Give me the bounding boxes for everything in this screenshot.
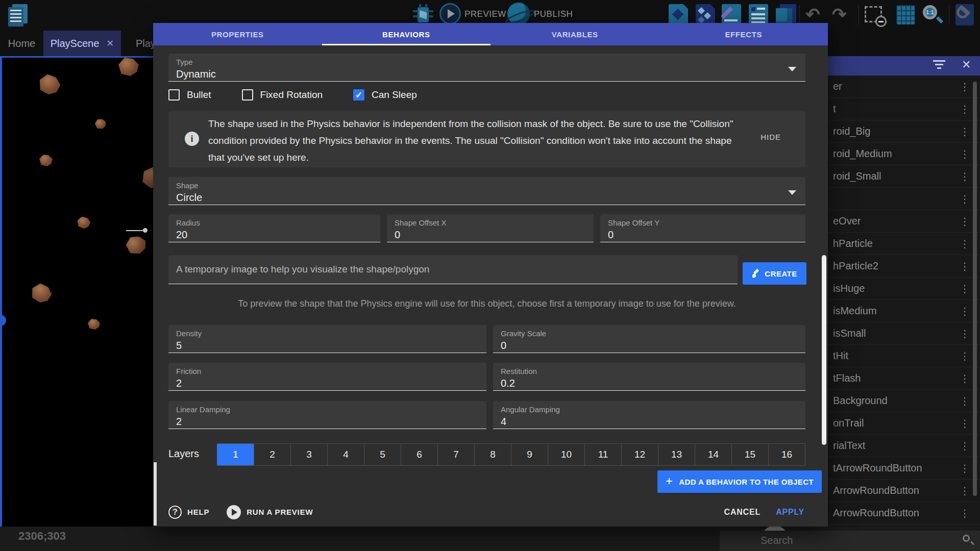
- tab-effects[interactable]: EFFECTS: [659, 23, 828, 45]
- object-menu-icon[interactable]: ⋮: [960, 327, 970, 340]
- linear-damping-field[interactable]: Linear Damping 2: [168, 401, 486, 429]
- selection-handle[interactable]: [0, 315, 6, 326]
- object-menu-icon[interactable]: ⋮: [960, 282, 970, 295]
- undo-icon[interactable]: ↶: [805, 5, 820, 23]
- asteroid-sprite[interactable]: [77, 216, 91, 229]
- object-search-bar[interactable]: Search: [720, 531, 980, 551]
- temp-image-field[interactable]: A temporary image to help you visualize …: [168, 255, 738, 284]
- open-object-icon[interactable]: [669, 4, 688, 26]
- object-menu-icon[interactable]: ⋮: [960, 237, 970, 251]
- scene-canvas[interactable]: [0, 56, 159, 527]
- layer-button-5[interactable]: 5: [364, 444, 401, 465]
- zoom-1-1-icon[interactable]: 1:1: [922, 4, 942, 26]
- redo-icon[interactable]: ↷: [832, 5, 847, 23]
- project-manager-icon[interactable]: [8, 4, 29, 27]
- layer-button-14[interactable]: 14: [695, 444, 731, 465]
- object-menu-icon[interactable]: ⋮: [960, 125, 970, 138]
- asteroid-sprite[interactable]: [118, 58, 139, 76]
- preview-play-icon[interactable]: [439, 3, 461, 24]
- layer-button-9[interactable]: 9: [511, 444, 548, 465]
- shape-offset-x-field[interactable]: Shape Offset X 0: [387, 214, 594, 242]
- publish-button[interactable]: PUBLISH: [534, 9, 573, 19]
- scene-properties-icon[interactable]: [955, 4, 974, 26]
- cancel-button[interactable]: CANCEL: [724, 508, 761, 517]
- object-menu-icon[interactable]: ⋮: [960, 484, 970, 497]
- layer-button-15[interactable]: 15: [731, 444, 768, 465]
- asteroid-sprite[interactable]: [37, 72, 62, 96]
- layer-button-8[interactable]: 8: [474, 444, 511, 465]
- layer-button-10[interactable]: 10: [548, 444, 584, 465]
- add-behavior-button[interactable]: + ADD A BEHAVIOR TO THE OBJECT: [657, 470, 822, 493]
- filter-icon[interactable]: [933, 60, 946, 69]
- tab-behaviors[interactable]: BEHAVIORS: [322, 23, 491, 45]
- apply-button[interactable]: APPLY: [776, 508, 804, 517]
- restitution-field[interactable]: Restitution 0.2: [493, 363, 805, 391]
- grid-icon[interactable]: [896, 5, 915, 24]
- object-menu-icon[interactable]: ⋮: [960, 147, 970, 161]
- layer-button-12[interactable]: 12: [621, 444, 658, 465]
- friction-field[interactable]: Friction 2: [168, 363, 486, 391]
- object-menu-icon[interactable]: ⋮: [960, 394, 970, 408]
- object-menu-icon[interactable]: ⋮: [960, 305, 970, 318]
- object-menu-icon[interactable]: ⋮: [960, 103, 970, 116]
- tab-home[interactable]: Home: [0, 31, 43, 56]
- radius-field[interactable]: Radius 20: [168, 214, 380, 242]
- object-menu-icon[interactable]: ⋮: [960, 507, 970, 520]
- debug-icon[interactable]: [413, 4, 433, 26]
- asteroid-sprite[interactable]: [94, 118, 107, 130]
- layer-button-1[interactable]: 1: [217, 444, 254, 465]
- layer-button-16[interactable]: 16: [768, 444, 805, 465]
- angular-damping-field[interactable]: Angular Damping 4: [493, 401, 805, 429]
- object-menu-icon[interactable]: ⋮: [960, 462, 970, 475]
- publish-planet-icon[interactable]: [507, 3, 530, 25]
- hide-button[interactable]: HIDE: [761, 133, 781, 141]
- run-preview-icon[interactable]: [227, 505, 241, 519]
- events-sheet-icon[interactable]: [749, 4, 768, 26]
- help-button[interactable]: HELP: [187, 508, 209, 516]
- gravity-scale-field[interactable]: Gravity Scale 0: [493, 325, 805, 353]
- layer-button-3[interactable]: 3: [290, 444, 327, 465]
- scene-edit-pencil-icon[interactable]: [722, 4, 741, 26]
- shape-select[interactable]: Shape Circle: [168, 177, 805, 205]
- object-menu-icon[interactable]: ⋮: [960, 372, 970, 385]
- type-select[interactable]: Type Dynamic: [168, 54, 805, 82]
- object-menu-icon[interactable]: ⋮: [960, 417, 970, 430]
- density-field[interactable]: Density 5: [168, 325, 486, 353]
- objects-scrollbar[interactable]: [973, 82, 977, 496]
- instances-icon[interactable]: [696, 4, 715, 26]
- object-menu-icon[interactable]: ⋮: [960, 80, 970, 93]
- close-tab-icon[interactable]: ✕: [106, 38, 114, 49]
- layer-button-4[interactable]: 4: [327, 444, 364, 465]
- layer-button-13[interactable]: 13: [658, 444, 695, 465]
- tab-variables[interactable]: VARIABLES: [491, 23, 659, 45]
- object-menu-icon[interactable]: ⋮: [960, 192, 970, 206]
- asteroid-sprite[interactable]: [39, 155, 53, 166]
- object-menu-icon[interactable]: ⋮: [960, 215, 970, 228]
- layer-button-2[interactable]: 2: [254, 444, 290, 465]
- shape-offset-y-field[interactable]: Shape Offset Y 0: [600, 214, 805, 242]
- asteroid-sprite[interactable]: [29, 282, 54, 306]
- layer-button-7[interactable]: 7: [437, 444, 474, 465]
- can-sleep-checkbox[interactable]: ✓: [353, 89, 364, 101]
- asteroid-sprite[interactable]: [125, 234, 148, 256]
- object-menu-icon[interactable]: ⋮: [960, 349, 970, 363]
- layer-button-6[interactable]: 6: [401, 444, 437, 465]
- object-menu-icon[interactable]: ⋮: [960, 260, 970, 273]
- tab-properties[interactable]: PROPERTIES: [153, 23, 322, 45]
- clear-selection-icon[interactable]: [865, 6, 882, 22]
- object-menu-icon[interactable]: ⋮: [960, 439, 970, 453]
- bullet-checkbox[interactable]: [168, 89, 180, 101]
- run-preview-button[interactable]: RUN A PREVIEW: [247, 508, 313, 516]
- tab-playscene[interactable]: PlayScene ✕: [43, 31, 121, 56]
- scene-scrollbar[interactable]: [154, 462, 157, 525]
- help-icon[interactable]: ?: [168, 506, 182, 519]
- layer-button-11[interactable]: 11: [584, 444, 621, 465]
- dialog-scrollbar[interactable]: [822, 255, 826, 445]
- fixed-rotation-checkbox[interactable]: [242, 89, 253, 101]
- create-button[interactable]: CREATE: [743, 262, 806, 285]
- close-panel-icon[interactable]: ✕: [962, 58, 971, 71]
- instance-handle-dot[interactable]: [143, 228, 148, 233]
- layers-icon[interactable]: [776, 4, 795, 26]
- search-input[interactable]: Search: [761, 535, 793, 546]
- object-menu-icon[interactable]: ⋮: [960, 170, 970, 183]
